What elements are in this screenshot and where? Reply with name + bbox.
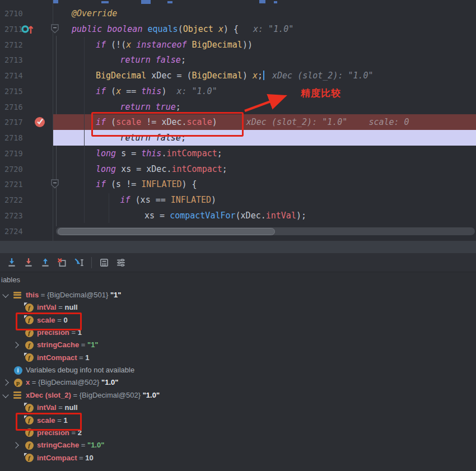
variable-label: x = {BigDecimal@502} "1.0" bbox=[26, 376, 118, 389]
field-icon: f bbox=[25, 403, 34, 412]
line-number: 2722 bbox=[4, 192, 23, 208]
variable-label: intVal = null bbox=[37, 402, 78, 414]
code-line-2719[interactable]: 2719long s = this.intCompact; bbox=[0, 146, 476, 161]
line-number: 2714 bbox=[4, 68, 23, 83]
line-number: 2724 bbox=[4, 223, 23, 239]
scrollbar-thumb[interactable] bbox=[58, 228, 275, 235]
code-line-2714[interactable]: 2714BigDecimal xDec = (BigDecimal) x;xDe… bbox=[0, 68, 476, 83]
line-number: 2720 bbox=[4, 161, 23, 177]
chevron-down-icon[interactable] bbox=[2, 291, 8, 297]
variable-row-xDec-slot-2-[interactable]: xDec (slot_2) = {BigDecimal@502} "1.0" bbox=[0, 389, 476, 402]
annotation-arrow-icon bbox=[240, 88, 296, 116]
method-entry-icon[interactable] bbox=[20, 23, 34, 38]
line-number: 2718 bbox=[4, 130, 23, 146]
code-text: public boolean equals(Object x) {x: "1.0… bbox=[72, 21, 293, 37]
fold-marker-icon[interactable] bbox=[51, 179, 59, 191]
annotation-red-box bbox=[91, 112, 244, 137]
line-number: 2717 bbox=[4, 114, 23, 130]
chevron-right-icon[interactable] bbox=[2, 380, 8, 386]
line-number: 2716 bbox=[4, 99, 23, 115]
parameter-icon: p bbox=[13, 378, 22, 387]
inline-debug-hint: x: "1.0" bbox=[253, 24, 293, 34]
variable-label: stringCache = "1" bbox=[37, 339, 99, 351]
clipped-code-fragment bbox=[53, 0, 58, 3]
variable-row-this[interactable]: this = {BigDecimal@501} "1" bbox=[0, 289, 476, 301]
line-number: 2710 bbox=[4, 6, 23, 21]
info-text: Variables debug info not available bbox=[26, 364, 134, 376]
inline-debug-hint: xDec (slot_2): "1.0" bbox=[272, 71, 374, 81]
value-icon bbox=[13, 291, 22, 299]
annotation-text: 精度比较 bbox=[301, 87, 341, 100]
code-line-2711[interactable]: 2711public boolean equals(Object x) {x: … bbox=[0, 21, 476, 37]
field-icon: f bbox=[25, 454, 34, 463]
indent-guide bbox=[109, 193, 109, 223]
variable-label: xDec (slot_2) = {BigDecimal@502} "1.0" bbox=[26, 389, 160, 402]
code-line-2712[interactable]: 2712if (!(x instanceof BigDecimal)) bbox=[0, 37, 476, 53]
text-caret bbox=[263, 71, 264, 80]
variable-row-stringCache[interactable]: fstringCache = "1.0" bbox=[0, 439, 476, 451]
line-number: 2721 bbox=[4, 176, 23, 192]
run-to-cursor-icon[interactable] bbox=[72, 255, 86, 270]
variable-row-intVal[interactable]: fintVal = null bbox=[0, 402, 476, 414]
code-text: if (s != INFLATED) { bbox=[96, 176, 197, 192]
line-number: 2723 bbox=[4, 208, 23, 223]
chevron-right-icon[interactable] bbox=[12, 342, 18, 348]
code-text: BigDecimal xDec = (BigDecimal) x;xDec (s… bbox=[96, 68, 374, 83]
chevron-down-icon[interactable] bbox=[2, 391, 8, 398]
clipped-code-fragment bbox=[141, 0, 151, 4]
ide-debugger-window: 2710@Override2711public boolean equals(O… bbox=[0, 0, 476, 471]
variable-row-scale[interactable]: fscale = 0 bbox=[0, 314, 476, 327]
indent-guide bbox=[84, 37, 85, 223]
fold-marker-icon[interactable] bbox=[51, 24, 59, 36]
step-into-icon[interactable] bbox=[4, 255, 19, 270]
code-line-2722[interactable]: 2722if (xs == INFLATED) bbox=[0, 192, 476, 208]
evaluate-expression-icon[interactable] bbox=[97, 255, 111, 270]
code-text: if (xs == INFLATED) bbox=[120, 192, 217, 208]
info-icon: i bbox=[13, 366, 22, 375]
settings-lines-icon[interactable] bbox=[114, 255, 128, 270]
code-text: xs = compactValFor(xDec.intVal); bbox=[144, 208, 306, 223]
variable-label: this = {BigDecimal@501} "1" bbox=[26, 289, 121, 301]
code-line-2720[interactable]: 2720long xs = xDec.intCompact; bbox=[0, 161, 476, 177]
step-out-icon[interactable] bbox=[38, 255, 53, 270]
code-line-2723[interactable]: 2723xs = compactValFor(xDec.intVal); bbox=[0, 208, 476, 223]
code-text: @Override bbox=[72, 6, 117, 21]
code-text: if (!(x instanceof BigDecimal)) bbox=[96, 37, 253, 53]
variable-row-scale[interactable]: fscale = 1 bbox=[0, 414, 476, 427]
variable-row-intCompact[interactable]: fintCompact = 10 bbox=[0, 452, 476, 464]
code-text: long s = this.intCompact; bbox=[96, 146, 222, 161]
annotation-red-box bbox=[16, 313, 82, 330]
horizontal-scrollbar[interactable] bbox=[56, 227, 475, 235]
field-icon: f bbox=[25, 303, 34, 312]
drop-frame-icon[interactable] bbox=[55, 255, 69, 270]
variable-row-intCompact[interactable]: fintCompact = 1 bbox=[0, 352, 476, 364]
line-number: 2712 bbox=[4, 37, 23, 53]
chevron-right-icon[interactable] bbox=[12, 442, 18, 449]
variables-info-row[interactable]: iVariables debug info not available bbox=[0, 364, 476, 376]
clipped-code-fragment bbox=[167, 1, 172, 3]
debug-tool-window: iables this = {BigDecimal@501} "1"fintVa… bbox=[0, 241, 476, 471]
code-line-2721[interactable]: 2721if (s != INFLATED) { bbox=[0, 176, 476, 192]
variable-label: intCompact = 10 bbox=[37, 452, 94, 464]
debug-toolbar bbox=[0, 253, 476, 272]
line-number: 2713 bbox=[4, 52, 23, 68]
inline-debug-hint: xDec (slot_2): "1.0" bbox=[246, 117, 348, 127]
line-number: 2719 bbox=[4, 146, 23, 161]
clipped-code-fragment bbox=[101, 1, 109, 3]
code-line-2715[interactable]: 2715if (x == this)x: "1.0" bbox=[0, 83, 476, 99]
code-line-2713[interactable]: 2713return false; bbox=[0, 52, 476, 68]
variables-panel-header: iables bbox=[0, 273, 476, 287]
clipped-code-fragment bbox=[259, 0, 265, 3]
clipped-code-fragment bbox=[274, 1, 277, 3]
variables-tree: this = {BigDecimal@501} "1"fintVal = nul… bbox=[0, 287, 476, 471]
code-text: if (x == this)x: "1.0" bbox=[96, 83, 217, 99]
breakpoint-icon[interactable] bbox=[34, 115, 46, 130]
code-line-2710[interactable]: 2710@Override bbox=[0, 6, 476, 21]
splitter-band[interactable] bbox=[0, 241, 476, 253]
variable-row-stringCache[interactable]: fstringCache = "1" bbox=[0, 339, 476, 351]
variable-row-x[interactable]: px = {BigDecimal@502} "1.0" bbox=[0, 376, 476, 389]
field-icon: f bbox=[25, 341, 34, 349]
code-editor[interactable]: 2710@Override2711public boolean equals(O… bbox=[0, 0, 476, 241]
toolbar-separator bbox=[91, 257, 92, 268]
force-step-into-icon[interactable] bbox=[21, 255, 36, 270]
